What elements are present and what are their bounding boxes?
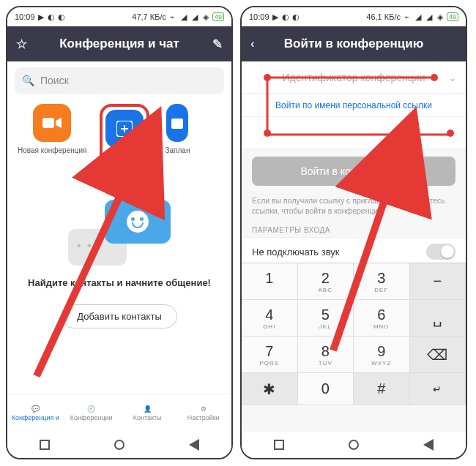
name-input[interactable] xyxy=(242,117,466,149)
search-icon: 🔍 xyxy=(22,75,34,86)
key-backspace[interactable]: ⌫ xyxy=(410,337,466,373)
header: ☆ Конференция и чат ✎ xyxy=(7,26,231,61)
phone-right: 10:09 ▶ ◐ ◐ 46,1 КБ/с ⌁ ◢ ◢ ◈ 49 ‹ Войти… xyxy=(240,6,467,459)
key-6[interactable]: 6MNO xyxy=(354,300,410,337)
nav-conf-chat[interactable]: 💬 Конференция и xyxy=(7,394,64,432)
key-7[interactable]: 7PQRS xyxy=(242,337,298,373)
gear-icon: ⚙ xyxy=(201,405,207,413)
key-minus[interactable]: − xyxy=(410,263,466,300)
personal-link[interactable]: Войти по имени персональной ссылки xyxy=(242,94,466,117)
key-4[interactable]: 4GHI xyxy=(242,300,298,337)
nav-contacts[interactable]: 👤 Контакты xyxy=(119,394,176,432)
contacts-icon: 👤 xyxy=(144,405,152,413)
signal-icon: ◢ xyxy=(425,12,434,21)
key-2[interactable]: 2ABC xyxy=(298,263,354,300)
annotation-dot xyxy=(431,74,438,81)
chat-bubble-icon xyxy=(105,200,171,244)
key-star[interactable]: ✱ xyxy=(242,373,298,405)
numeric-keypad: 1 2ABC 3DEF − 4GHI 5JKL 6MNO ␣ 7PQRS 8TU… xyxy=(242,263,466,405)
key-8[interactable]: 8TUV xyxy=(298,337,354,373)
svg-rect-0 xyxy=(42,118,54,128)
header: ‹ Войти в конференцию xyxy=(242,26,466,61)
signal-icon: ◢ xyxy=(179,12,188,21)
key-space[interactable]: ␣ xyxy=(410,300,466,337)
info-text: Если вы получили ссылку с приглашением, … xyxy=(242,193,466,219)
play-icon: ▶ xyxy=(37,12,45,21)
search-input[interactable]: 🔍 Поиск xyxy=(15,67,224,94)
status-speed: 47,7 КБ/с xyxy=(132,12,166,21)
svg-rect-4 xyxy=(171,119,183,129)
nav-conferences[interactable]: 🕘 Конференции xyxy=(64,394,120,432)
empty-text: Найдите контакты и начните общение! xyxy=(28,277,211,288)
annotation-dot xyxy=(447,129,454,137)
app-icon: ◐ xyxy=(47,12,56,21)
android-navbar xyxy=(242,432,466,458)
add-contacts-button[interactable]: Добавить контакты xyxy=(62,304,176,328)
battery-icon: 49 xyxy=(447,12,458,21)
tile-join[interactable]: Войти xyxy=(105,110,144,160)
app-icon: ◐ xyxy=(57,12,66,21)
content: Идентификатор конференции ⌄ Войти по име… xyxy=(242,61,466,432)
app-icon: ◐ xyxy=(291,12,300,21)
status-time: 10:09 xyxy=(15,12,35,21)
nav-settings[interactable]: ⚙ Настройки xyxy=(176,394,232,432)
statusbar: 10:09 ▶ ◐ ◐ 46,1 КБ/с ⌁ ◢ ◢ ◈ 49 xyxy=(242,7,466,26)
signal-icon: ◢ xyxy=(414,12,423,21)
battery-icon: 49 xyxy=(212,12,224,21)
star-icon[interactable]: ☆ xyxy=(16,37,27,52)
app-icon: ◐ xyxy=(281,12,290,21)
statusbar: 10:09 ▶ ◐ ◐ 47,7 КБ/с ⌁ ◢ ◢ ◈ 49 xyxy=(7,7,231,26)
tile-schedule[interactable]: Заплан xyxy=(163,104,192,166)
recents-button[interactable] xyxy=(40,440,50,450)
key-9[interactable]: 9WXYZ xyxy=(354,337,410,373)
key-5[interactable]: 5JKL xyxy=(298,300,354,337)
signal-icon: ◢ xyxy=(190,12,199,21)
plus-icon xyxy=(105,110,144,148)
back-icon[interactable]: ‹ xyxy=(250,37,255,51)
camera-icon xyxy=(33,104,71,142)
content: 🔍 Поиск Новая конференция Войти xyxy=(7,61,231,394)
recents-button[interactable] xyxy=(274,440,284,450)
bottom-nav: 💬 Конференция и 🕘 Конференции 👤 Контакты… xyxy=(7,394,231,432)
back-button[interactable] xyxy=(189,439,199,451)
home-button[interactable] xyxy=(114,440,124,450)
calendar-icon xyxy=(166,104,188,142)
key-1[interactable]: 1 xyxy=(242,263,298,300)
header-title: Конференция и чат xyxy=(59,37,179,51)
search-placeholder: Поиск xyxy=(40,75,69,86)
key-3[interactable]: 3DEF xyxy=(354,263,410,300)
tile-new-conference[interactable]: Новая конференция xyxy=(18,104,86,166)
status-time: 10:09 xyxy=(249,12,269,21)
empty-state: Найдите контакты и начните общение! Доба… xyxy=(7,200,231,328)
audio-toggle[interactable] xyxy=(426,244,455,260)
highlight-join: Войти xyxy=(100,104,149,166)
annotation-dot xyxy=(264,74,271,81)
bluetooth-icon: ⌁ xyxy=(403,12,412,21)
key-done[interactable]: ↵ xyxy=(410,373,466,405)
annotation-dot xyxy=(264,129,271,137)
status-speed: 46,1 КБ/с xyxy=(366,12,401,21)
bluetooth-icon: ⌁ xyxy=(168,12,177,21)
chat-icon: 💬 xyxy=(31,405,40,413)
key-hash[interactable]: # xyxy=(354,373,410,405)
home-button[interactable] xyxy=(349,440,359,450)
key-0[interactable]: 0 xyxy=(298,373,354,405)
join-conference-button[interactable]: Войти в конференцию xyxy=(252,157,455,186)
section-label: ПАРАМЕТРЫ ВХОДА xyxy=(242,219,466,237)
wifi-icon: ◈ xyxy=(436,12,445,21)
wifi-icon: ◈ xyxy=(201,12,210,21)
clock-icon: 🕘 xyxy=(87,405,95,413)
chevron-down-icon[interactable]: ⌄ xyxy=(448,72,457,83)
conference-id-input[interactable]: Идентификатор конференции ⌄ xyxy=(242,61,466,94)
compose-icon[interactable]: ✎ xyxy=(212,37,223,52)
play-icon: ▶ xyxy=(271,12,280,21)
phone-left: 10:09 ▶ ◐ ◐ 47,7 КБ/с ⌁ ◢ ◢ ◈ 49 ☆ Конфе… xyxy=(6,6,233,459)
android-navbar xyxy=(7,432,231,458)
back-button[interactable] xyxy=(423,439,434,451)
header-title: Войти в конференцию xyxy=(284,37,423,51)
